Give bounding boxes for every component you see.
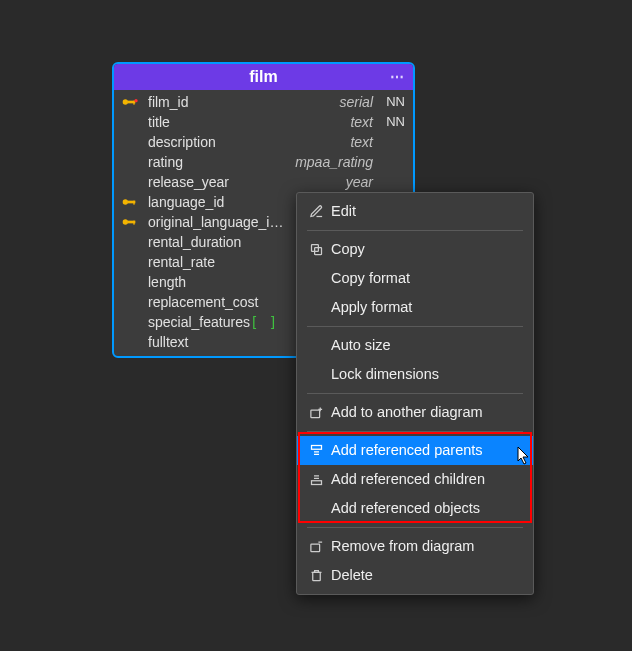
menu-delete[interactable]: Delete xyxy=(297,561,533,590)
context-menu: Edit Copy Copy format Apply format Auto … xyxy=(296,192,534,595)
column-name: language_id xyxy=(148,192,224,212)
column-not-null: NN xyxy=(379,112,405,132)
column-type: text xyxy=(350,112,379,132)
trash-icon xyxy=(309,568,331,583)
menu-label: Add referenced children xyxy=(331,469,485,490)
menu-add-referenced-objects[interactable]: Add referenced objects xyxy=(297,494,533,523)
menu-edit[interactable]: Edit xyxy=(297,197,533,226)
children-icon xyxy=(309,472,331,487)
svg-point-4 xyxy=(123,199,128,204)
svg-point-7 xyxy=(123,219,128,224)
foreign-key-icon xyxy=(122,217,148,227)
remove-diagram-icon xyxy=(309,539,331,554)
menu-label: Add to another diagram xyxy=(331,402,483,423)
column-name: length xyxy=(148,272,186,292)
menu-label: Add referenced objects xyxy=(331,498,480,519)
array-indicator-icon: [ ] xyxy=(250,312,278,332)
menu-add-referenced-children[interactable]: Add referenced children xyxy=(297,465,533,494)
menu-label: Add referenced parents xyxy=(331,440,483,461)
column-not-null: NN xyxy=(379,92,405,112)
entity-table-header[interactable]: film ⋯ xyxy=(114,64,413,90)
svg-rect-12 xyxy=(311,410,320,418)
menu-label: Remove from diagram xyxy=(331,536,474,557)
table-column-row[interactable]: film_idserialNN xyxy=(114,92,413,112)
menu-add-referenced-parents[interactable]: Add referenced parents xyxy=(297,436,533,465)
svg-rect-16 xyxy=(313,572,321,580)
menu-label: Copy xyxy=(331,239,365,260)
column-type: mpaa_rating xyxy=(295,152,379,172)
more-icon[interactable]: ⋯ xyxy=(390,69,405,85)
column-name: fulltext xyxy=(148,332,188,352)
svg-point-3 xyxy=(134,99,137,102)
entity-table-title: film xyxy=(249,68,277,85)
table-column-row[interactable]: descriptiontext xyxy=(114,132,413,152)
menu-separator xyxy=(307,326,523,327)
parents-icon xyxy=(309,443,331,458)
menu-apply-format[interactable]: Apply format xyxy=(297,293,533,322)
svg-rect-15 xyxy=(311,544,320,552)
column-name: rating xyxy=(148,152,183,172)
column-name: special_features xyxy=(148,312,250,332)
svg-rect-9 xyxy=(133,221,134,225)
add-diagram-icon xyxy=(309,405,331,420)
column-name: title xyxy=(148,112,170,132)
table-column-row[interactable]: titletextNN xyxy=(114,112,413,132)
table-column-row[interactable]: ratingmpaa_rating xyxy=(114,152,413,172)
column-name: description xyxy=(148,132,216,152)
svg-rect-6 xyxy=(133,201,134,205)
menu-label: Lock dimensions xyxy=(331,364,439,385)
column-name: original_language_i… xyxy=(148,212,283,232)
menu-label: Edit xyxy=(331,201,356,222)
svg-rect-13 xyxy=(312,446,322,450)
primary-key-icon xyxy=(122,97,148,107)
svg-point-0 xyxy=(123,99,128,104)
menu-separator xyxy=(307,230,523,231)
edit-icon xyxy=(309,204,331,219)
menu-add-to-diagram[interactable]: Add to another diagram xyxy=(297,398,533,427)
menu-separator xyxy=(307,393,523,394)
menu-separator xyxy=(307,431,523,432)
copy-icon xyxy=(309,242,331,257)
menu-copy[interactable]: Copy xyxy=(297,235,533,264)
column-type: year xyxy=(346,172,379,192)
column-name: rental_rate xyxy=(148,252,215,272)
menu-label: Delete xyxy=(331,565,373,586)
menu-separator xyxy=(307,527,523,528)
column-name: replacement_cost xyxy=(148,292,259,312)
menu-label: Apply format xyxy=(331,297,412,318)
menu-lock-dimensions[interactable]: Lock dimensions xyxy=(297,360,533,389)
column-name: film_id xyxy=(148,92,188,112)
column-name: release_year xyxy=(148,172,229,192)
menu-label: Copy format xyxy=(331,268,410,289)
menu-label: Auto size xyxy=(331,335,391,356)
menu-copy-format[interactable]: Copy format xyxy=(297,264,533,293)
column-type: serial xyxy=(340,92,379,112)
table-column-row[interactable]: release_yearyear xyxy=(114,172,413,192)
menu-auto-size[interactable]: Auto size xyxy=(297,331,533,360)
foreign-key-icon xyxy=(122,197,148,207)
column-name: rental_duration xyxy=(148,232,241,252)
svg-rect-14 xyxy=(312,481,322,485)
column-type: text xyxy=(350,132,379,152)
menu-remove-from-diagram[interactable]: Remove from diagram xyxy=(297,532,533,561)
